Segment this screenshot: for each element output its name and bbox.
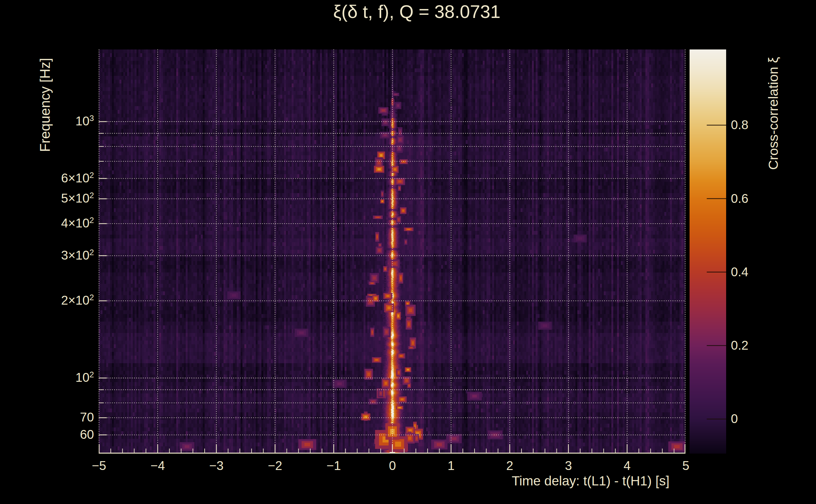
- colorbar-label: Cross-correlation ξ: [766, 57, 781, 170]
- y-tick-label: 102: [75, 370, 94, 385]
- colorbar-gradient: [690, 49, 726, 454]
- y-tick-label: 5×102: [61, 191, 94, 205]
- x-tick-label: 1: [447, 459, 454, 473]
- y-tick-label: 2×102: [61, 293, 94, 307]
- x-tick-label: 5: [682, 459, 689, 473]
- x-tick-label: −5: [92, 459, 106, 473]
- colorbar-tick-label: 0.6: [731, 191, 749, 205]
- x-tick-label: 4: [624, 459, 631, 473]
- x-tick-label: 2: [506, 459, 513, 473]
- colorbar-tick-label: 0.8: [731, 118, 749, 132]
- x-tick-label: −2: [268, 459, 282, 473]
- spectrogram-heatmap: [99, 49, 686, 454]
- x-tick-label: 0: [389, 459, 396, 473]
- y-tick-label: 103: [75, 114, 94, 128]
- x-axis-label: Time delay: t(L1) - t(H1) [s]: [512, 473, 670, 489]
- colorbar-tick-label: 0.4: [731, 265, 749, 279]
- y-tick-label: 6×102: [61, 171, 94, 185]
- figure-page: { "chart_data": { "type": "heatmap", "ti…: [0, 0, 816, 504]
- y-tick-label: 3×102: [61, 248, 94, 262]
- y-axis-label: Frequency [Hz]: [37, 58, 53, 152]
- y-tick-label: 4×102: [61, 216, 94, 230]
- x-tick-label: −3: [209, 459, 224, 473]
- colorbar-tick-label: 0.2: [731, 338, 749, 352]
- x-tick-label: −1: [327, 459, 341, 473]
- y-tick-label: 60: [80, 427, 94, 441]
- y-tick-label: 70: [80, 410, 94, 424]
- colorbar-tick-label: 0: [731, 412, 738, 426]
- chart-title: ξ(δ t, f), Q = 38.0731: [333, 1, 501, 22]
- x-tick-label: 3: [565, 459, 572, 473]
- x-tick-label: −4: [150, 459, 165, 473]
